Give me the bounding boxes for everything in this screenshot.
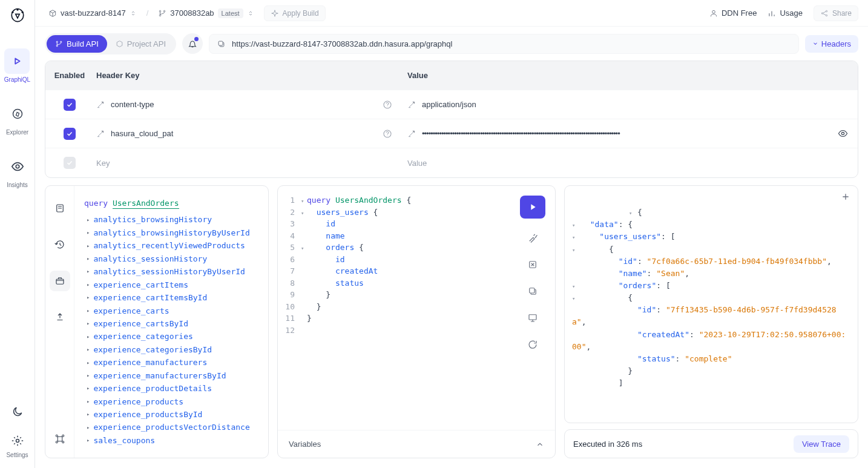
help-icon[interactable] xyxy=(383,100,392,110)
variables-toggle[interactable]: Variables xyxy=(278,430,555,458)
latest-badge: Latest xyxy=(218,8,243,18)
nav-insights[interactable]: Insights xyxy=(5,154,30,188)
headers-toggle-button[interactable]: Headers xyxy=(805,35,858,53)
svg-point-15 xyxy=(56,45,58,46)
explorer-field[interactable]: ▸experience_products xyxy=(84,395,262,408)
presentation-button[interactable] xyxy=(525,311,540,325)
project-api-button[interactable]: Project API xyxy=(107,35,174,53)
cube-icon xyxy=(48,9,57,18)
project-selector[interactable]: vast-buzzard-8147 xyxy=(45,6,140,20)
svg-marker-3 xyxy=(16,58,20,64)
explorer-field[interactable]: ▸analytics_sessionHistoryByUserId xyxy=(84,265,262,278)
nav-explorer-label: Explorer xyxy=(6,129,28,136)
header-enabled-checkbox[interactable] xyxy=(64,157,76,169)
run-query-button[interactable] xyxy=(520,196,545,219)
explorer-field[interactable]: ▸experience_categories xyxy=(84,330,262,343)
response-body[interactable]: ▾{ ▾ "data": { ▾ "users_users": [ ▾ { "i… xyxy=(564,185,858,423)
query-name[interactable]: UsersAndOrders xyxy=(113,199,179,209)
explorer-field[interactable]: ▸experience_manufacturersById xyxy=(84,369,262,382)
theme-toggle-icon[interactable] xyxy=(12,406,24,418)
header-key-input[interactable] xyxy=(96,159,372,168)
explorer-field[interactable]: ▸experience_productsById xyxy=(84,408,262,421)
action-bar: Build API Project API Headers xyxy=(35,27,868,61)
updown-icon xyxy=(130,10,137,17)
view-trace-button[interactable]: View Trace xyxy=(794,435,849,453)
explorer-tab-shortcuts[interactable] xyxy=(50,429,70,449)
header-key-input[interactable] xyxy=(111,100,372,109)
endpoint-url-input[interactable] xyxy=(232,39,791,48)
svg-point-0 xyxy=(16,8,18,10)
notification-dot xyxy=(194,37,199,41)
nav-graphiql[interactable]: GraphiQL xyxy=(4,48,30,83)
explorer-field[interactable]: ▸analytics_sessionHistory xyxy=(84,252,262,265)
nav-settings-label: Settings xyxy=(6,452,28,458)
svg-point-12 xyxy=(826,10,827,12)
no-edit-icon xyxy=(407,130,416,138)
svg-point-11 xyxy=(821,12,823,13)
refresh-button[interactable] xyxy=(525,337,540,352)
header-enabled-checkbox[interactable] xyxy=(64,99,76,111)
svg-point-21 xyxy=(841,132,844,134)
explorer-field[interactable]: ▸experience_manufacturers xyxy=(84,356,262,369)
nav-settings[interactable]: Settings xyxy=(5,432,30,458)
add-tab-button[interactable] xyxy=(841,192,850,202)
svg-point-10 xyxy=(712,10,715,13)
usage-link[interactable]: Usage xyxy=(768,8,803,18)
explorer-field[interactable]: ▸analytics_browsingHistory xyxy=(84,213,262,226)
notifications-button[interactable] xyxy=(182,33,203,54)
ddn-free-link[interactable]: DDN Free xyxy=(709,8,757,18)
build-api-button[interactable]: Build API xyxy=(47,35,107,53)
response-footer: Executed in 326 ms View Trace xyxy=(564,429,858,458)
sparkle-icon xyxy=(271,9,279,18)
build-selector[interactable]: 37008832ab Latest xyxy=(154,6,257,21)
editor-body[interactable]: ▾query UsersAndOrders { ▾ users_users { … xyxy=(298,186,555,430)
explorer-field[interactable]: ▸experience_cartItems xyxy=(84,278,262,291)
explorer-field[interactable]: ▸experience_cartsById xyxy=(84,317,262,330)
header-value-input[interactable] xyxy=(422,129,827,138)
svg-rect-18 xyxy=(219,41,223,45)
col-value-header: Value xyxy=(403,71,827,80)
explorer-field[interactable]: ▸sales_coupons xyxy=(84,434,262,447)
no-edit-icon xyxy=(96,130,105,138)
build-id: 37008832ab xyxy=(170,8,214,18)
explorer-field[interactable]: ▸experience_carts xyxy=(84,305,262,317)
explorer-field[interactable]: ▸analytics_recentlyViewedProducts xyxy=(84,239,262,252)
explorer-tab-docs[interactable] xyxy=(50,198,70,219)
help-icon[interactable] xyxy=(383,129,392,139)
explorer-field[interactable]: ▸experience_cartItemsById xyxy=(84,291,262,304)
svg-point-14 xyxy=(56,41,58,42)
nav-sidebar: GraphiQL Explorer Insights Settings xyxy=(0,0,35,468)
explorer-field[interactable]: ▸experience_productsVectorDistance xyxy=(84,421,262,433)
user-icon xyxy=(709,9,718,18)
svg-point-8 xyxy=(160,15,161,16)
prettify-button[interactable] xyxy=(525,231,540,245)
svg-point-13 xyxy=(826,15,827,16)
copy-icon[interactable] xyxy=(217,39,226,48)
header-key-input[interactable] xyxy=(111,129,372,138)
header-enabled-checkbox[interactable] xyxy=(64,128,76,140)
explorer-field[interactable]: ▸experience_productDetails xyxy=(84,382,262,395)
svg-point-5 xyxy=(16,165,19,168)
explorer-tab-history[interactable] xyxy=(50,234,70,255)
svg-point-6 xyxy=(16,440,19,443)
svg-point-7 xyxy=(160,10,161,12)
breadcrumb-sep: / xyxy=(146,8,149,18)
nav-insights-label: Insights xyxy=(7,182,27,188)
explorer-tab-export[interactable] xyxy=(50,307,70,328)
topbar: vast-buzzard-8147 / 37008832ab Latest Ap… xyxy=(35,0,868,27)
header-value-input[interactable] xyxy=(407,159,827,168)
apply-build-button[interactable]: Apply Build xyxy=(264,5,326,21)
col-key-header: Header Key xyxy=(94,71,372,80)
copy-query-button[interactable] xyxy=(525,284,540,298)
nav-explorer[interactable]: Explorer xyxy=(5,101,30,136)
svg-point-1 xyxy=(12,12,13,13)
merge-button[interactable] xyxy=(525,257,540,272)
editor-gutter: 123456789101112 xyxy=(278,186,298,430)
share-button[interactable]: Share xyxy=(814,5,858,21)
explorer-field[interactable]: ▸experience_categoriesById xyxy=(84,343,262,356)
explorer-tab-builder[interactable] xyxy=(50,271,70,291)
explorer-field[interactable]: ▸analytics_browsingHistoryByUserId xyxy=(84,226,262,239)
svg-point-16 xyxy=(61,41,62,42)
eye-icon[interactable] xyxy=(838,128,848,139)
header-value-input[interactable] xyxy=(422,100,827,109)
